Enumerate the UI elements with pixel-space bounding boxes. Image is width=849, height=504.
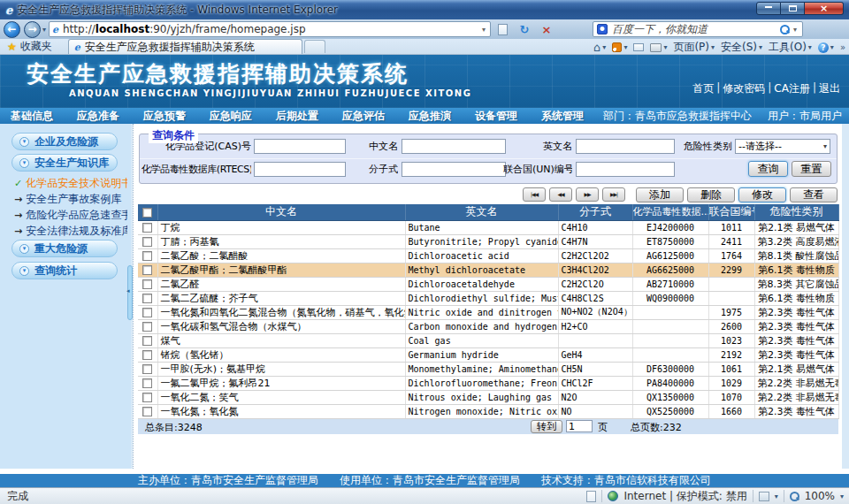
sidebar-group-safety-knowledge[interactable]: ▾安全生产知识库: [11, 154, 118, 172]
cell-un-number[interactable]: 1660: [708, 404, 754, 418]
table-row[interactable]: 二氯二乙硫醚；芥子气 Dichlorodiethyl sulfide; Must…: [138, 291, 838, 305]
cell-english-name[interactable]: Monomethylamine; Aminomethane: [405, 362, 558, 376]
cell-english-name[interactable]: Dichlorodiethyl sulfide; Mustard gas: [405, 291, 558, 305]
row-checkbox[interactable]: [142, 265, 152, 275]
cell-rtecs[interactable]: PA8400000: [632, 376, 708, 390]
table-row[interactable]: 二氯乙酸；二氯醋酸 Dichloroacetic acid C2H2Cl2O2 …: [138, 248, 838, 263]
cas-input[interactable]: [254, 139, 346, 154]
row-checkbox[interactable]: [142, 308, 152, 317]
table-row[interactable]: 一氧化氮和四氧化二氮混合物（氮氧化物，硝基气，氧化氮气体） Nitric oxi…: [138, 305, 838, 319]
row-checkbox[interactable]: [142, 393, 152, 402]
row-checkbox[interactable]: [142, 223, 152, 233]
new-tab-button[interactable]: [304, 40, 325, 53]
rtecs-input[interactable]: [254, 162, 346, 177]
cell-english-name[interactable]: Carbon monoxide and hydrogen mixture: [405, 319, 558, 333]
cell-un-number[interactable]: 2192: [708, 347, 754, 362]
table-row[interactable]: 煤气 Coal gas 1023 第2.3类 毒性气体: [138, 333, 838, 347]
cell-chinese-name[interactable]: 二氯二乙硫醚；芥子气: [157, 291, 405, 305]
link-change-password[interactable]: 修改密码: [723, 81, 765, 96]
cell-hazard-class[interactable]: 第2.3类 毒性气体: [754, 319, 838, 333]
cell-rtecs[interactable]: [632, 319, 708, 333]
cell-english-name[interactable]: Methyl dichloroacetate: [405, 263, 558, 277]
search-icon[interactable]: [780, 25, 790, 34]
row-checkbox[interactable]: [142, 294, 152, 303]
table-row[interactable]: 一氟二氯甲烷；氟利昂21 Dichlorofluoromethane; Freo…: [138, 376, 838, 390]
table-row[interactable]: 一甲胺(无水)；氨基甲烷 Monomethylamine; Aminometha…: [138, 362, 838, 376]
link-home[interactable]: 首页: [692, 81, 714, 96]
cell-hazard-class[interactable]: 第2.3类 毒性气体: [754, 347, 838, 362]
status-page-icon[interactable]: [586, 491, 596, 502]
tools-menu[interactable]: 工具(O)▾: [769, 40, 812, 55]
cell-hazard-class[interactable]: 第6.1类 毒性物质: [754, 263, 838, 277]
sidebar-group-enterprise-hazard[interactable]: ▾企业及危险源: [11, 133, 118, 150]
url-text[interactable]: http://localhost:90/yjzh/frame/homepage.…: [63, 23, 480, 35]
safety-menu[interactable]: 安全(S)▾: [721, 40, 762, 55]
cell-hazard-class[interactable]: 第2.3类 毒性气体: [754, 305, 838, 319]
nav-item-emergency-evaluation[interactable]: 应急评估: [342, 109, 385, 124]
favorites-button[interactable]: ★ 收藏夹: [7, 39, 52, 54]
table-row[interactable]: 一氧化二氮；笑气 Nitrous oxide; Laughing gas N2O…: [138, 390, 838, 404]
zoom-icon[interactable]: [790, 492, 799, 501]
cell-un-number[interactable]: 1011: [708, 220, 754, 234]
help-menu[interactable]: ?▾: [818, 42, 834, 53]
cell-chinese-name[interactable]: 锗烷（氢化锗）: [157, 347, 405, 362]
cell-chinese-name[interactable]: 一氟二氯甲烷；氟利昂21: [157, 376, 405, 390]
row-checkbox[interactable]: [142, 237, 152, 247]
chinese-name-input[interactable]: [402, 139, 506, 154]
cell-chinese-name[interactable]: 二氯乙酸；二氯醋酸: [157, 248, 405, 263]
cell-hazard-class[interactable]: 第6.1类 毒性物质: [754, 291, 838, 305]
un-number-input[interactable]: [576, 162, 675, 177]
cell-rtecs[interactable]: DF6300000: [632, 362, 708, 376]
cell-hazard-class[interactable]: 第2.2类 非易燃无毒气体: [754, 376, 838, 390]
cell-formula[interactable]: C4H10: [558, 220, 632, 234]
cell-english-name[interactable]: Dichlorofluoromethane; Freon-21: [405, 376, 558, 390]
cell-formula[interactable]: NO: [558, 404, 632, 418]
cell-chinese-name[interactable]: 一氧化碳和氢气混合物（水煤气）: [157, 319, 405, 333]
browser-tab[interactable]: e 安全生产应急救援指挥辅助决策系统: [68, 39, 302, 54]
cell-un-number[interactable]: 1029: [708, 376, 754, 390]
goto-page-button[interactable]: 转到: [531, 420, 562, 433]
cell-formula[interactable]: CH5N: [558, 362, 632, 376]
address-dropdown-icon[interactable]: ▾: [480, 26, 487, 34]
read-mail-button[interactable]: [633, 43, 644, 51]
cell-hazard-class[interactable]: 第2.3类 毒性气体: [754, 404, 838, 418]
cell-formula[interactable]: C3H4Cl2O2: [558, 263, 632, 277]
cell-rtecs[interactable]: QX1350000: [632, 390, 708, 404]
sidebar-item-chemical-msds[interactable]: ✓化学品安全技术说明书: [14, 175, 127, 191]
header-un-number[interactable]: 联合国编号: [708, 204, 754, 220]
sidebar-item-emergency-quick-ref[interactable]: →危险化学品应急速查手...: [14, 207, 127, 223]
header-formula[interactable]: 分子式: [558, 204, 632, 220]
history-dropdown-icon[interactable]: ▾: [42, 26, 46, 34]
nav-item-system-management[interactable]: 系统管理: [541, 109, 584, 124]
header-english-name[interactable]: 英文名: [405, 204, 558, 220]
cell-un-number[interactable]: 1070: [708, 390, 754, 404]
close-button[interactable]: ×: [805, 2, 844, 15]
row-checkbox[interactable]: [142, 364, 152, 374]
zone-dropdown-icon[interactable]: ▾: [775, 493, 778, 500]
table-row[interactable]: 二氯乙醛 Dichloroacetaldehyde C2H2Cl2O AB271…: [138, 277, 838, 291]
modify-button[interactable]: 修改: [738, 187, 786, 202]
cell-formula[interactable]: C4H7N: [558, 234, 632, 248]
pager-next-button[interactable]: ▶▶: [576, 187, 599, 202]
cell-formula[interactable]: C4H8Cl2S: [558, 291, 632, 305]
compatibility-view-button[interactable]: [492, 20, 513, 38]
protected-mode-icon[interactable]: [759, 492, 769, 501]
print-dropdown-icon[interactable]: ▾: [663, 43, 667, 51]
cell-hazard-class[interactable]: 第8.3类 其它腐蚀品: [754, 277, 838, 291]
cell-formula[interactable]: GeH4: [558, 347, 632, 362]
row-checkbox[interactable]: [142, 407, 152, 416]
cell-un-number[interactable]: 2411: [708, 234, 754, 248]
view-button[interactable]: 查看: [790, 187, 838, 202]
feeds-button[interactable]: ▾: [612, 42, 627, 52]
forward-button[interactable]: →: [24, 21, 41, 38]
cell-formula[interactable]: N2O: [558, 390, 632, 404]
cell-chinese-name[interactable]: 煤气: [157, 333, 405, 347]
cell-english-name[interactable]: Nitric oxide and dinitrogen tetroxid: [405, 305, 558, 319]
cell-hazard-class[interactable]: 第2.1类 易燃气体: [754, 220, 838, 234]
pager-first-button[interactable]: |◀◀: [523, 187, 546, 202]
cell-un-number[interactable]: 1975: [708, 305, 754, 319]
cell-hazard-class[interactable]: 第8.1类 酸性腐蚀品: [754, 248, 838, 263]
cell-chinese-name[interactable]: 一甲胺(无水)；氨基甲烷: [157, 362, 405, 376]
cell-chinese-name[interactable]: 丁腈；丙基氰: [157, 234, 405, 248]
cell-un-number[interactable]: [708, 291, 754, 305]
